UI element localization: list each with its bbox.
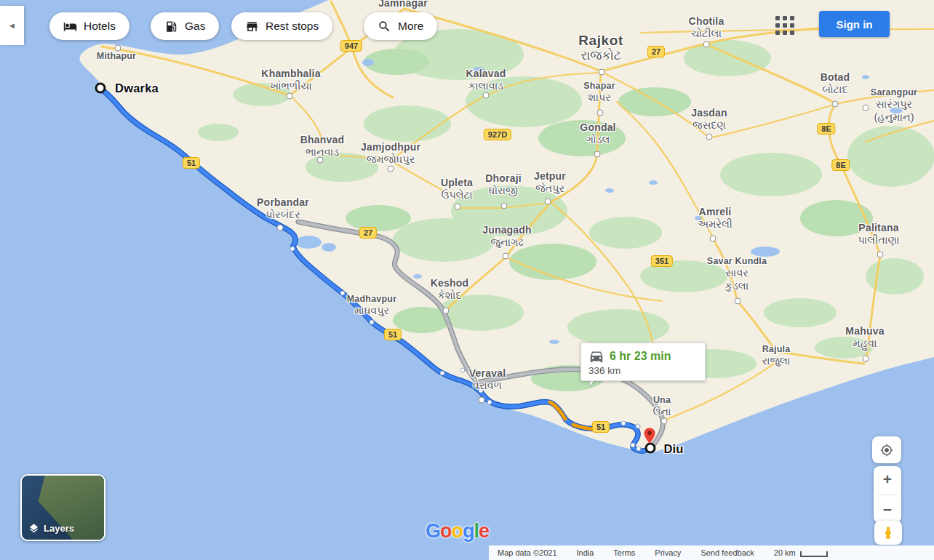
town-dot-jamjodhpur bbox=[388, 166, 394, 172]
filter-chip-more[interactable]: More bbox=[364, 12, 437, 40]
attribution-send-feedback[interactable]: Send feedback bbox=[700, 548, 754, 557]
route-shield-51: 51 bbox=[592, 421, 610, 433]
filter-chip-hotels[interactable]: Hotels bbox=[49, 12, 129, 40]
route-shield-947: 947 bbox=[340, 40, 362, 52]
town-dot-junagadh bbox=[503, 253, 509, 260]
destination-pin-icon[interactable] bbox=[640, 426, 659, 445]
filter-chip-rest-stops[interactable]: Rest stops bbox=[231, 12, 332, 40]
route-shield-8e: 8E bbox=[831, 159, 850, 171]
pegman-icon bbox=[881, 526, 895, 540]
map-scale[interactable]: 20 km bbox=[774, 548, 828, 557]
chip-label: More bbox=[398, 20, 423, 33]
town-dot-sarangpur bbox=[863, 105, 869, 111]
town-dot-palitana bbox=[877, 252, 884, 258]
zoom-divider bbox=[878, 495, 897, 495]
layers-label: Layers bbox=[44, 523, 74, 534]
zoom-in-button[interactable]: + bbox=[874, 469, 901, 489]
google-logo-letter: o bbox=[440, 520, 452, 542]
attribution-map-data-2021: Map data ©2021 bbox=[498, 548, 557, 557]
map-attribution-bar: Map data ©2021IndiaTermsPrivacySend feed… bbox=[489, 545, 934, 560]
zoom-out-button[interactable]: − bbox=[874, 500, 901, 520]
town-dot-dhoraji bbox=[501, 203, 508, 209]
search-icon bbox=[378, 20, 391, 33]
map-label-porbandar[interactable]: Porbandarપોરબંદર bbox=[257, 196, 309, 222]
map-label-sarangpur[interactable]: Sarangpurસારંગપુર(હનુમાન) bbox=[871, 87, 917, 124]
map-label-jamnagar[interactable]: Jamnagar bbox=[378, 0, 428, 9]
route-shield-51: 51 bbox=[384, 329, 402, 340]
town-dot-chotila bbox=[703, 41, 710, 48]
origin-marker[interactable] bbox=[95, 83, 106, 94]
google-apps-grid-icon[interactable] bbox=[775, 16, 796, 36]
route-shield-27: 27 bbox=[647, 46, 665, 57]
route-shield-351: 351 bbox=[651, 255, 673, 267]
gas-icon bbox=[164, 20, 178, 33]
collapse-arrow-icon: ◄ bbox=[8, 21, 16, 30]
map-label-bhanvad[interactable]: Bhanvadભાનવાડ bbox=[300, 134, 345, 159]
map-label-dhoraji[interactable]: Dhorajiધોરાજી bbox=[485, 172, 522, 198]
town-dot-una bbox=[661, 418, 668, 425]
map-label-botad[interactable]: Botadબોટાદ bbox=[821, 71, 850, 97]
map-label-madhavpur[interactable]: Madhavpurમાધવપુર bbox=[347, 294, 396, 318]
google-logo-letter: e bbox=[479, 520, 489, 542]
map-label-dwarka[interactable]: Dwarka bbox=[115, 81, 159, 95]
map-label-rajkot[interactable]: Rajkotરાજકોટ bbox=[578, 32, 623, 64]
sign-in-button[interactable]: Sign in bbox=[819, 11, 890, 37]
chip-label: Hotels bbox=[84, 20, 116, 33]
layers-control[interactable]: Layers bbox=[20, 474, 105, 541]
filter-chip-gas[interactable]: Gas bbox=[151, 12, 219, 40]
map-label-upleta[interactable]: Upletaઉપલેટા bbox=[441, 177, 473, 202]
map-label-diu[interactable]: Diu bbox=[663, 441, 683, 456]
attribution-terms[interactable]: Terms bbox=[613, 548, 635, 557]
town-dot-jetpur bbox=[545, 199, 551, 205]
town-dot-jasdan bbox=[706, 134, 713, 140]
route-distance: 336 km bbox=[588, 365, 698, 376]
chip-label: Rest stops bbox=[266, 20, 319, 33]
map-label-veraval[interactable]: Veravalવેરાવળ bbox=[469, 367, 506, 393]
google-logo: Google bbox=[426, 520, 489, 543]
map-label-mahuva[interactable]: Mahuvaમહુવા bbox=[845, 325, 884, 351]
rest-stop-icon bbox=[245, 20, 259, 33]
chip-label: Gas bbox=[185, 20, 205, 33]
route-duration: 6 hr 23 min bbox=[610, 350, 671, 363]
layers-icon bbox=[28, 523, 39, 534]
map-label-una[interactable]: Unaઉના bbox=[652, 395, 671, 419]
map-label-jasdan[interactable]: Jasdanજસદણ bbox=[691, 107, 727, 132]
map-label-savar-kundla[interactable]: Savar Kundlaસાવરકુંડલા bbox=[707, 256, 767, 292]
attribution-india[interactable]: India bbox=[577, 548, 594, 557]
car-icon bbox=[588, 348, 604, 364]
map-label-chotila[interactable]: Chotilaચોટીલા bbox=[689, 15, 725, 41]
my-location-button[interactable] bbox=[872, 436, 901, 463]
town-dot-upleta bbox=[455, 204, 461, 210]
google-logo-letter: o bbox=[452, 520, 463, 542]
collapse-panel-button[interactable]: ◄ bbox=[0, 6, 24, 45]
map-label-mithapur[interactable]: Mithapur bbox=[97, 51, 136, 62]
route-shield-51: 51 bbox=[183, 157, 200, 169]
town-dot-keshod bbox=[443, 308, 450, 314]
map-label-gondal[interactable]: Gondalગોંડલ bbox=[580, 121, 615, 147]
map-label-junagadh[interactable]: Junagadhજુનાગઢ bbox=[482, 224, 532, 249]
town-dot-mahuva bbox=[863, 356, 869, 362]
map-scale-label: 20 km bbox=[774, 548, 796, 557]
map-label-rajula[interactable]: Rajulaરાજુલા bbox=[762, 344, 791, 368]
pegman-button[interactable] bbox=[874, 521, 902, 545]
my-location-icon bbox=[880, 444, 893, 457]
town-dot-botad bbox=[832, 101, 839, 108]
town-dot-veraval bbox=[479, 397, 485, 404]
town-dot-rajkot bbox=[599, 69, 605, 76]
map-label-kalavad[interactable]: Kalavadકાલાવાડ bbox=[466, 68, 506, 93]
map-label-amreli[interactable]: Amreliઅમરેલી bbox=[698, 206, 733, 231]
map-label-shapar[interactable]: Shaparશાપર bbox=[583, 81, 615, 105]
town-dot-amreli bbox=[710, 236, 717, 242]
map-label-keshod[interactable]: Keshodકેશોદ bbox=[431, 277, 469, 303]
town-dot-shapar bbox=[597, 110, 604, 116]
town-dot-porbandar bbox=[277, 225, 284, 231]
map-label-palitana[interactable]: Palitanaપાલીતાણા bbox=[858, 222, 899, 247]
map-label-jamjodhpur[interactable]: Jamjodhpurજમજોધપુર bbox=[361, 141, 420, 167]
attribution-privacy[interactable]: Privacy bbox=[655, 548, 681, 557]
map-label-jetpur[interactable]: Jetpurજેતપુર bbox=[534, 170, 566, 196]
route-shield-27: 27 bbox=[359, 227, 377, 239]
route-shield-927d: 927D bbox=[484, 129, 511, 140]
route-infobox[interactable]: 6 hr 23 min 336 km bbox=[580, 343, 706, 381]
map-label-khambhalia[interactable]: Khambhaliaખાંભળીયા bbox=[261, 68, 320, 93]
hotel-icon bbox=[63, 20, 77, 33]
